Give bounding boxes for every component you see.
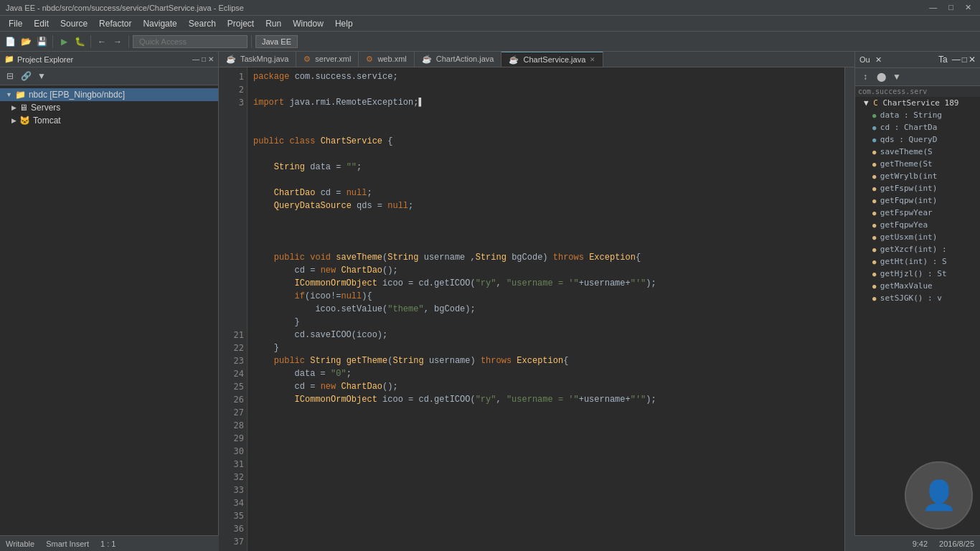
outline-filter-btn[interactable]: ⬤ (874, 70, 888, 84)
outline-toolbar: ↕ ⬤ ▼ (855, 68, 980, 86)
toolbar-sep2 (90, 35, 91, 48)
line-numbers: 1 2 3 4 5 6 7 8 9 10 11 12 13 14 15 16 1 (219, 67, 248, 551)
xml-file-icon2: ⚙ (366, 55, 373, 64)
expand-icon: ▶ (11, 117, 17, 124)
code-editor[interactable]: 1 2 3 4 5 6 7 8 9 10 11 12 13 14 15 16 1 (219, 67, 854, 551)
menu-run[interactable]: Run (260, 17, 287, 30)
outline-member[interactable]: ● qds : QueryD (855, 133, 980, 146)
tab-taskmng[interactable]: ☕ TaskMng.java (219, 52, 296, 67)
menu-window[interactable]: Window (287, 17, 329, 30)
menu-source[interactable]: Source (55, 17, 93, 30)
java-file-icon: ☕ (226, 55, 236, 64)
vertical-scrollbar[interactable] (844, 67, 854, 551)
pe-title: 📁 Project Explorer (4, 55, 73, 64)
outline-menu-btn[interactable]: ▼ (890, 70, 904, 84)
toolbar-sep1 (52, 35, 53, 48)
menu-help[interactable]: Help (329, 17, 359, 30)
outline-title: Ou ✕ (859, 55, 882, 65)
code-text[interactable]: package com.success.service; import java… (248, 67, 844, 551)
server-icon: 🖥 (19, 103, 28, 113)
outline-panel2-close[interactable]: □ (962, 55, 967, 65)
menu-file[interactable]: File (3, 17, 28, 30)
expand-icon: ▶ (11, 104, 17, 111)
outline-member[interactable]: ● setSJGK() : v (855, 292, 980, 304)
quick-access-input[interactable] (133, 35, 248, 48)
outline-member[interactable]: ● data : String (855, 109, 980, 121)
pe-toolbar: ⊟ 🔗 ▼ (0, 67, 218, 85)
expand-icon: ▼ (6, 91, 12, 98)
tab-serverxml[interactable]: ⚙ server.xml (296, 52, 359, 67)
outline-member[interactable]: ● cd : ChartDa (855, 121, 980, 133)
pe-collapse-btn[interactable]: ⊟ (3, 69, 17, 83)
status-left: Writable Smart Insert 1 : 1 (6, 540, 116, 548)
class-icon: C (873, 98, 882, 108)
java-file-icon3: ☕ (509, 55, 519, 65)
center-panel: ☕ TaskMng.java ⚙ server.xml ⚙ web.xml ☕ … (219, 52, 854, 535)
project-explorer-panel: 📁 Project Explorer — □ ✕ ⊟ 🔗 ▼ ▼ 📁 nbdc … (0, 52, 219, 535)
minimize-btn[interactable]: — (926, 3, 940, 12)
outline-member[interactable]: ● getWrylb(int (855, 170, 980, 182)
editor-area: ☕ TaskMng.java ⚙ server.xml ⚙ web.xml ☕ … (219, 52, 854, 551)
run-btn[interactable]: ▶ (57, 34, 71, 49)
outline-member[interactable]: ● getFqpwYea (855, 219, 980, 231)
pe-minimize-icon[interactable]: — (192, 55, 199, 63)
outline-member[interactable]: ● getHjzl() : St (855, 268, 980, 280)
pe-menu-btn[interactable]: ▼ (34, 69, 49, 83)
pe-controls[interactable]: — □ ✕ (192, 55, 214, 63)
toolbar-sep4 (251, 35, 252, 48)
pe-tree: ▼ 📁 nbdc [EPB_Ningbo/nbdc] ▶ 🖥 Servers ▶… (0, 85, 218, 535)
tab-chartservice[interactable]: ☕ ChartService.java ✕ (501, 52, 603, 67)
outline-member[interactable]: ● getTheme(St (855, 158, 980, 170)
user-avatar: 👤 (905, 461, 973, 529)
java-file-icon2: ☕ (422, 55, 432, 64)
status-right: 9:42 2016/8/25 (913, 540, 974, 548)
pe-link-btn[interactable]: 🔗 (19, 69, 33, 83)
save-btn[interactable]: 💾 (34, 34, 49, 49)
tab-chartaction[interactable]: ☕ ChartAction.java (415, 52, 502, 67)
menu-refactor[interactable]: Refactor (93, 17, 137, 30)
tree-node-nbdc[interactable]: ▼ 📁 nbdc [EPB_Ningbo/nbdc] (0, 88, 218, 101)
forward-btn[interactable]: → (110, 34, 125, 49)
main-layout: 📁 Project Explorer — □ ✕ ⊟ 🔗 ▼ ▼ 📁 nbdc … (0, 52, 980, 535)
menu-navigate[interactable]: Navigate (137, 17, 182, 30)
outline-member[interactable]: ● getFqpw(int) (855, 194, 980, 207)
outline-member[interactable]: ● getFspwYear (855, 207, 980, 219)
debug-btn[interactable]: 🐛 (72, 34, 87, 49)
perspective-btn[interactable]: Java EE (255, 35, 298, 48)
tomcat-icon: 🐱 (19, 116, 30, 126)
class-expand-icon: ▼ (864, 98, 873, 108)
outline-member[interactable]: ● getUsxm(int) (855, 231, 980, 243)
outline-member[interactable]: ● getXzcf(int) : (855, 243, 980, 255)
menu-edit[interactable]: Edit (28, 17, 55, 30)
pe-close-icon[interactable]: ✕ (208, 55, 214, 63)
tree-node-tomcat[interactable]: ▶ 🐱 Tomcat (0, 114, 218, 127)
menu-project[interactable]: Project (222, 17, 260, 30)
outline-member[interactable]: ● getMaxValue (855, 280, 980, 292)
window-title: Java EE - nbdc/src/com/success/service/C… (6, 4, 244, 12)
tab-webxml[interactable]: ⚙ web.xml (359, 52, 414, 67)
outline-sort-btn[interactable]: ↕ (858, 70, 872, 84)
outline-member[interactable]: ● getHt(int) : S (855, 255, 980, 268)
outline-panel2-controls[interactable]: — (952, 55, 961, 65)
folder-icon: 📁 (15, 90, 26, 100)
toolbar-sep3 (128, 35, 129, 48)
menu-search[interactable]: Search (183, 17, 222, 30)
new-btn[interactable]: 📄 (3, 34, 17, 49)
outline-member[interactable]: ● getFspw(int) (855, 182, 980, 194)
editor-tab-bar: ☕ TaskMng.java ⚙ server.xml ⚙ web.xml ☕ … (219, 52, 854, 67)
tree-node-servers[interactable]: ▶ 🖥 Servers (0, 101, 218, 114)
outline-member[interactable]: ● saveTheme(S (855, 146, 980, 158)
maximize-btn[interactable]: □ (946, 3, 956, 12)
outline-header: Ou ✕ Ta — □ ✕ (855, 52, 980, 68)
writable-status: Writable (6, 540, 34, 548)
title-bar: Java EE - nbdc/src/com/success/service/C… (0, 0, 980, 16)
tab-close-btn[interactable]: ✕ (590, 56, 595, 63)
back-btn[interactable]: ← (95, 34, 109, 49)
close-btn[interactable]: ✕ (962, 3, 974, 12)
pe-maximize-icon[interactable]: □ (202, 55, 206, 63)
open-btn[interactable]: 📂 (19, 34, 33, 49)
outline-panel2-close2[interactable]: ✕ (969, 55, 976, 65)
window-controls[interactable]: — □ ✕ (926, 3, 974, 12)
outline-class[interactable]: ▼ C ChartService 189 (855, 97, 980, 109)
outline-members: ● data : String● cd : ChartDa● qds : Que… (855, 109, 980, 304)
